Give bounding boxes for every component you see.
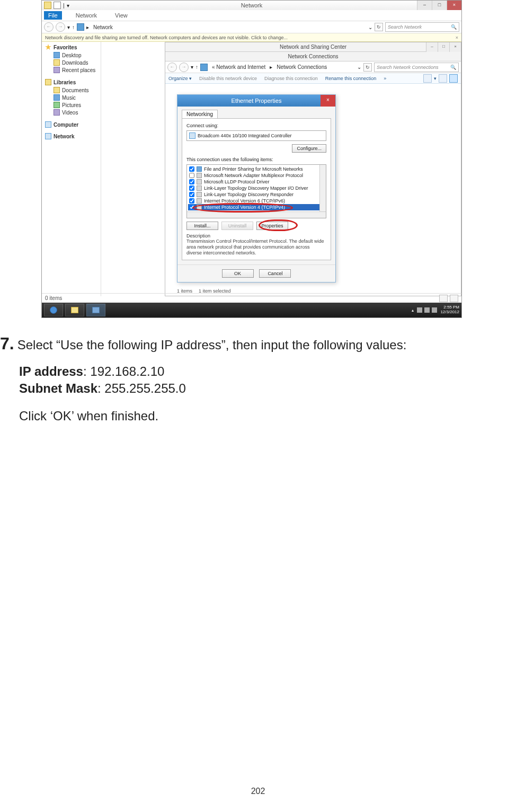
details-view-button[interactable] bbox=[439, 295, 448, 302]
horizontal-scrollbar[interactable] bbox=[187, 211, 326, 218]
libraries-icon bbox=[45, 79, 51, 85]
preview-pane-button[interactable] bbox=[439, 74, 447, 83]
cancel-button[interactable]: Cancel bbox=[259, 269, 291, 278]
view-dropdown-icon[interactable]: ▾ bbox=[434, 76, 437, 81]
tray-icon[interactable] bbox=[432, 307, 437, 313]
diagnose-button[interactable]: Diagnose this connection bbox=[264, 76, 318, 81]
videos-icon bbox=[54, 109, 60, 116]
item-buttons: Install... Uninstall Properties bbox=[186, 222, 326, 230]
close-button[interactable]: × bbox=[447, 1, 461, 10]
taskbar-explorer-button[interactable] bbox=[65, 304, 84, 316]
sidebar-item-desktop[interactable]: Desktop bbox=[45, 51, 97, 59]
protocol-icon bbox=[197, 179, 202, 184]
install-button[interactable]: Install... bbox=[186, 222, 218, 230]
list-item: File and Printer Sharing for Microsoft N… bbox=[188, 166, 325, 172]
sidebar-network[interactable]: Network bbox=[45, 133, 97, 139]
sidebar-item-music[interactable]: Music bbox=[45, 94, 97, 101]
help-button[interactable] bbox=[449, 74, 458, 83]
toolbar-overflow[interactable]: » bbox=[384, 76, 386, 81]
info-bar-text: Network discovery and file sharing are t… bbox=[45, 35, 288, 40]
back-button[interactable]: ← bbox=[44, 22, 54, 32]
nc-addr-dropdown-icon[interactable]: ⌄ bbox=[357, 64, 361, 70]
up-button[interactable]: ↑ bbox=[72, 24, 75, 30]
dialog-close-button[interactable]: × bbox=[321, 95, 335, 107]
nc-back-button[interactable]: ← bbox=[167, 63, 177, 72]
sidebar-item-downloads[interactable]: Downloads bbox=[45, 59, 97, 66]
sidebar-libraries[interactable]: Libraries bbox=[45, 79, 97, 85]
refresh-button[interactable]: ↻ bbox=[375, 23, 383, 31]
taskbar-ie-button[interactable] bbox=[44, 304, 63, 316]
sidebar-favorites[interactable]: Favorites bbox=[45, 44, 97, 50]
ok-button[interactable]: OK bbox=[222, 269, 254, 278]
checkbox[interactable] bbox=[189, 173, 194, 178]
items-listbox[interactable]: File and Printer Sharing for Microsoft N… bbox=[186, 164, 326, 218]
nc-up-button[interactable]: ↑ bbox=[195, 64, 198, 70]
list-item: Link-Layer Topology Discovery Responder bbox=[188, 191, 325, 198]
checkbox[interactable] bbox=[189, 198, 194, 204]
taskbar-controlpanel-button[interactable] bbox=[86, 304, 105, 316]
nic-icon bbox=[189, 133, 195, 139]
tray-arrow-icon[interactable]: ▴ bbox=[412, 308, 414, 313]
sidebar-item-documents[interactable]: Documents bbox=[45, 86, 97, 94]
minimize-button[interactable]: – bbox=[417, 1, 432, 10]
sidebar-item-videos[interactable]: Videos bbox=[45, 109, 97, 116]
checkbox[interactable] bbox=[189, 205, 194, 210]
nc-breadcrumb-1[interactable]: « Network and Internet bbox=[210, 64, 268, 70]
documents-icon bbox=[54, 87, 60, 93]
checkbox[interactable] bbox=[189, 179, 194, 184]
ip-address-line: IP address: 192.168.2.10 bbox=[19, 364, 495, 379]
configure-button[interactable]: Configure... bbox=[292, 144, 326, 153]
info-bar[interactable]: Network discovery and file sharing are t… bbox=[42, 33, 461, 42]
clock[interactable]: 2:55 PM 12/3/2012 bbox=[440, 305, 459, 315]
organize-button[interactable]: Organize ▾ bbox=[168, 76, 192, 81]
breadcrumb[interactable]: Network bbox=[91, 24, 115, 30]
ns-minimize-button[interactable]: – bbox=[426, 42, 438, 52]
forward-button[interactable]: → bbox=[56, 22, 65, 32]
tray-icon[interactable] bbox=[424, 307, 430, 313]
checkbox[interactable] bbox=[189, 166, 194, 172]
addr-dropdown-icon[interactable]: ⌄ bbox=[368, 24, 372, 30]
checkbox[interactable] bbox=[189, 186, 194, 191]
dialog-footer: OK Cancel bbox=[177, 264, 335, 282]
ns-maximize-button[interactable]: □ bbox=[438, 42, 449, 52]
ns-close-button[interactable]: × bbox=[449, 42, 461, 52]
nc-search-input[interactable]: Search Network Connections 🔍 bbox=[374, 63, 459, 72]
vertical-scrollbar[interactable] bbox=[319, 165, 326, 211]
nc-history-dropdown-icon[interactable]: ▾ bbox=[191, 64, 193, 70]
address-bar: ← → ▾ ↑ ▸ Network ⌄ ↻ Search Network 🔍 bbox=[42, 21, 461, 33]
tray-icon[interactable] bbox=[417, 307, 422, 313]
rename-button[interactable]: Rename this connection bbox=[325, 76, 377, 81]
tab-view[interactable]: View bbox=[111, 11, 132, 20]
tab-network[interactable]: Network bbox=[72, 11, 101, 20]
tab-file[interactable]: File bbox=[44, 11, 62, 20]
control-panel-icon bbox=[92, 307, 100, 313]
info-bar-close-icon[interactable]: × bbox=[456, 35, 458, 40]
description-group: Description Transmission Control Protoco… bbox=[186, 233, 326, 255]
sidebar-item-pictures[interactable]: Pictures bbox=[45, 101, 97, 109]
list-item-ipv4[interactable]: Internet Protocol Version 4 (TCP/IPv4) bbox=[188, 204, 325, 210]
network-icon bbox=[77, 23, 84, 31]
maximize-button[interactable]: □ bbox=[432, 1, 447, 10]
view-options-button[interactable] bbox=[423, 74, 432, 83]
checkbox[interactable] bbox=[189, 192, 194, 197]
icons-view-button[interactable] bbox=[450, 295, 458, 302]
instruction-block: 7. Select “Use the following IP address”… bbox=[0, 334, 516, 426]
nc-breadcrumb-2[interactable]: Network Connections bbox=[274, 64, 329, 70]
nc-refresh-button[interactable]: ↻ bbox=[363, 63, 372, 72]
sidebar-item-recent[interactable]: Recent places bbox=[45, 66, 97, 74]
tab-networking[interactable]: Networking bbox=[182, 110, 218, 118]
computer-icon bbox=[45, 121, 51, 128]
dialog-title: Ethernet Properties bbox=[232, 98, 282, 104]
history-dropdown-icon[interactable]: ▾ bbox=[67, 24, 70, 30]
step-number: 7. bbox=[0, 334, 14, 354]
protocol-icon bbox=[197, 186, 202, 191]
properties-button[interactable]: Properties bbox=[256, 222, 288, 230]
view-switcher bbox=[439, 295, 458, 302]
search-placeholder: Search Network bbox=[388, 24, 422, 30]
sidebar-computer[interactable]: Computer bbox=[45, 121, 97, 128]
search-input[interactable]: Search Network 🔍 bbox=[385, 22, 459, 32]
disable-device-button[interactable]: Disable this network device bbox=[199, 76, 257, 81]
nc-forward-button[interactable]: → bbox=[179, 63, 189, 72]
clock-date: 12/3/2012 bbox=[440, 310, 459, 315]
status-bar: 0 items bbox=[42, 293, 461, 303]
